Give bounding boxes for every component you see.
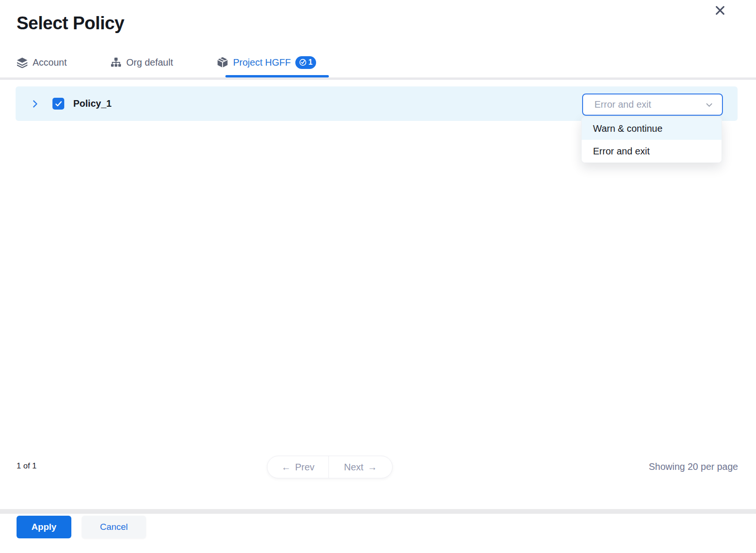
tab-label: Account (33, 57, 67, 68)
pagination-control: ← Prev Next → (267, 456, 393, 478)
selected-count-badge: 1 (295, 56, 316, 69)
footer-divider (0, 509, 756, 514)
tab-project-hgff[interactable]: Project HGFF 1 (217, 52, 316, 73)
left-arrow-icon: ← (281, 462, 291, 473)
select-policy-modal: Select Policy Account (0, 0, 756, 553)
menu-item-warn-continue[interactable]: Warn & continue (582, 117, 722, 140)
next-label: Next (344, 462, 363, 473)
page-title: Select Policy (17, 13, 124, 34)
prev-label: Prev (295, 462, 314, 473)
close-icon (714, 4, 726, 17)
select-dropdown-menu: Warn & continue Error and exit (581, 117, 722, 163)
org-chart-icon (111, 57, 121, 68)
policy-name: Policy_1 (73, 86, 112, 121)
active-tab-underline (225, 75, 329, 77)
check-icon (55, 100, 62, 108)
cube-icon (217, 57, 228, 68)
expand-row-button[interactable] (29, 86, 41, 121)
next-page-button[interactable]: Next → (329, 456, 392, 478)
policy-checkbox[interactable] (52, 98, 64, 110)
tab-label: Project HGFF (233, 57, 291, 68)
tab-org-default[interactable]: Org default (111, 52, 173, 73)
tab-account[interactable]: Account (17, 52, 67, 73)
menu-item-error-exit[interactable]: Error and exit (582, 140, 722, 162)
footer: Apply Cancel (0, 514, 756, 553)
tabs-divider (0, 77, 756, 80)
prev-page-button[interactable]: ← Prev (267, 456, 329, 478)
badge-count: 1 (308, 58, 312, 67)
apply-button[interactable]: Apply (17, 516, 71, 538)
page-info: 1 of 1 (17, 461, 37, 471)
tab-bar: Account Org default (17, 52, 316, 73)
per-page-info: Showing 20 per page (649, 461, 738, 472)
select-value: Error and exit (594, 99, 705, 110)
layers-icon (17, 57, 28, 68)
tab-label: Org default (126, 57, 173, 68)
chevron-right-icon (30, 99, 40, 109)
right-arrow-icon: → (368, 462, 377, 473)
check-circle-icon (299, 59, 307, 66)
cancel-button[interactable]: Cancel (82, 516, 146, 538)
close-button[interactable] (712, 2, 729, 19)
chevron-down-icon (705, 101, 713, 109)
consequence-select[interactable]: Error and exit (582, 94, 723, 116)
policy-row: Policy_1 Error and exit (16, 86, 738, 121)
